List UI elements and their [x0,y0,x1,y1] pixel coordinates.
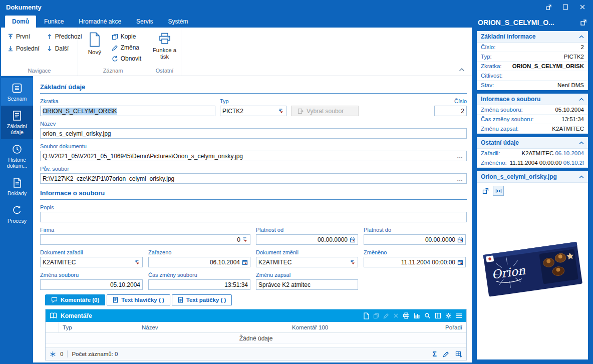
detail-card-other-header[interactable]: Ostatní údaje [477,137,588,149]
titlebar: Dokumenty [1,0,592,14]
grid-new-row-button[interactable] [363,312,369,319]
dokument-zaradil-label: Dokument zařadil [40,249,143,255]
maximize-button[interactable] [558,2,573,13]
detail-card-preview-header[interactable]: Orion_s_celymi_orisky.jpg [477,171,588,183]
cas-zmeny-value: 13:51:34 [151,281,248,288]
zarazeno-label: Zařazeno [148,249,250,255]
close-icon [579,4,585,10]
soubor-dokumentu-input[interactable]: Q:\V2021_05\V2021_05_106945\Demo\Picture… [40,151,467,161]
document-icon [12,177,22,188]
sidebar-item-historie[interactable]: Historie dokum... [1,139,33,173]
zmena-souboru-input[interactable]: 05.10.2004 [40,279,143,290]
change-record-button[interactable]: Změna [108,43,145,53]
column-typ[interactable]: Typ [59,324,138,330]
nav-first-button[interactable]: První [4,32,43,42]
preview-open-external-button[interactable] [480,186,491,196]
detail-card-basic-header[interactable]: Základní informace [477,31,588,43]
ribbon-tab-servis[interactable]: Servis [129,16,160,28]
column-selector[interactable] [46,322,59,332]
ribbon-tab-hromadne-akce[interactable]: Hromadné akce [72,16,128,28]
nav-last-button[interactable]: Poslední [4,44,43,54]
ribbon-tab-funkce[interactable]: Funkce [37,16,71,28]
close-button[interactable] [575,2,590,13]
calendar-icon [350,237,356,243]
filter-snowflake-icon[interactable] [50,351,56,357]
ribbon-tab-system[interactable]: Systém [161,16,195,28]
sidebar-item-doklady[interactable]: Doklady [1,173,33,200]
nazev-input[interactable]: orion_s_celymi_orisky.jpg [40,128,467,139]
app-window: Dokumenty Domů [0,0,593,364]
card-title: Ostatní údaje [481,139,519,146]
zmeneno-input[interactable]: 11.11.2004 00:00:00 [364,257,466,267]
tab-text-paticky[interactable]: Text patičky ( ) [172,294,232,305]
column-komentar[interactable]: Komentář 100 [288,324,429,330]
refresh-record-button[interactable]: Obnovit [108,54,145,64]
typ-value: PICTK2 [222,108,278,115]
zkratka-value: ORION_S_CELYMI_ORISK [43,108,117,115]
platnost-od-input[interactable]: 00.00.0000 [256,234,358,245]
functions-print-button[interactable]: Funkce a tisk [151,30,178,60]
comments-grid-header: Komentáře [46,309,466,322]
cas-zmeny-input[interactable]: 13:51:34 [148,279,250,290]
sidebar-item-zakladni-udaje[interactable]: Základní údaje [1,106,33,139]
puv-soubor-input[interactable]: R:\V127\K2_cze\K2\P1\07orion_celymi_oris… [40,173,467,184]
sidebar-item-procesy[interactable]: Procesy [1,200,33,228]
firma-combobox[interactable]: 0 [40,234,250,245]
edit-pencil-button[interactable] [443,351,449,357]
new-record-label: Nový [88,49,101,56]
sidebar-item-label: Historie dokum... [2,157,32,169]
printer-icon [158,32,171,45]
firma-value: 0 [43,236,240,243]
detail-card-file-header[interactable]: Informace o souboru [477,94,588,105]
record-count: Počet záznamů: 0 [72,351,118,357]
grid-menu-button[interactable] [456,313,462,318]
document-preview-image[interactable]: Orion [480,196,585,356]
sidebar-item-label: Seznam [8,96,27,102]
detail-panel-header: ORION_S_CELYMI_O... [477,16,588,28]
sum-button[interactable]: Σ [433,350,437,358]
tab-text-hlavicky[interactable]: Text hlavičky ( ) [107,294,170,305]
typ-combobox[interactable]: PICTK2 [220,106,286,116]
platnost-od-label: Platnost od [256,227,358,233]
copy-record-button[interactable]: Kopie [108,32,145,42]
grid-copy-button[interactable] [373,313,379,319]
book-icon [50,312,57,319]
preview-fit-width-button[interactable] [493,186,504,196]
detail-row: Zařadil: K2ATMITEC 06.10.2004 [477,149,588,158]
browse-original-file-button[interactable]: … [456,175,464,182]
grid-chart-button[interactable] [414,312,420,319]
chevron-up-icon [579,175,584,179]
column-poradi[interactable]: Pořadí [429,324,466,330]
grid-columns-button[interactable] [435,312,441,319]
zkratka-input[interactable]: ORION_S_CELYMI_ORISK [40,106,215,116]
preview-toolbar [480,186,585,196]
browse-file-button[interactable]: … [456,153,464,160]
grid-print-button[interactable] [403,312,410,319]
table-add-button[interactable] [455,351,462,357]
process-icon [12,205,23,216]
grid-settings-button[interactable] [445,312,452,319]
vybrat-soubor-button[interactable]: Vybrat soubor [291,106,359,116]
nav-last-label: Poslední [16,45,40,52]
ribbon-tab-domu[interactable]: Domů [5,16,36,28]
open-external-button[interactable] [580,19,587,26]
grid-search-button[interactable] [424,312,431,319]
grid-edit-button[interactable] [383,313,389,319]
zarazeno-input[interactable]: 06.10.2004 [148,257,250,267]
dock-window-button[interactable] [541,2,556,13]
dokument-zaradil-combobox[interactable]: K2ATMITEC [40,257,143,267]
dokument-zmenil-combobox[interactable]: K2ATMITEC [256,257,358,267]
new-record-button[interactable]: Nový [81,30,108,56]
tab-text-hlavicky-label: Text hlavičky ( ) [121,297,164,303]
puv-soubor-value: R:\V127\K2_cze\K2\P1\07orion_celymi_oris… [43,175,456,182]
ribbon-collapse-button[interactable] [459,68,465,72]
zmena-souboru-value: 05.10.2004 [43,281,140,288]
popis-input[interactable] [40,212,467,222]
cislo-input[interactable]: 2 [434,106,467,116]
zmenu-zapsal-input[interactable]: Správce K2 atmitec [256,279,358,290]
tab-komentare[interactable]: Komentáře (0) [45,294,105,305]
grid-delete-button[interactable] [393,313,399,318]
platnost-do-input[interactable]: 00.00.0000 [364,234,466,245]
sidebar-item-seznam[interactable]: Seznam [1,78,33,106]
column-nazev[interactable]: Název [138,324,288,330]
